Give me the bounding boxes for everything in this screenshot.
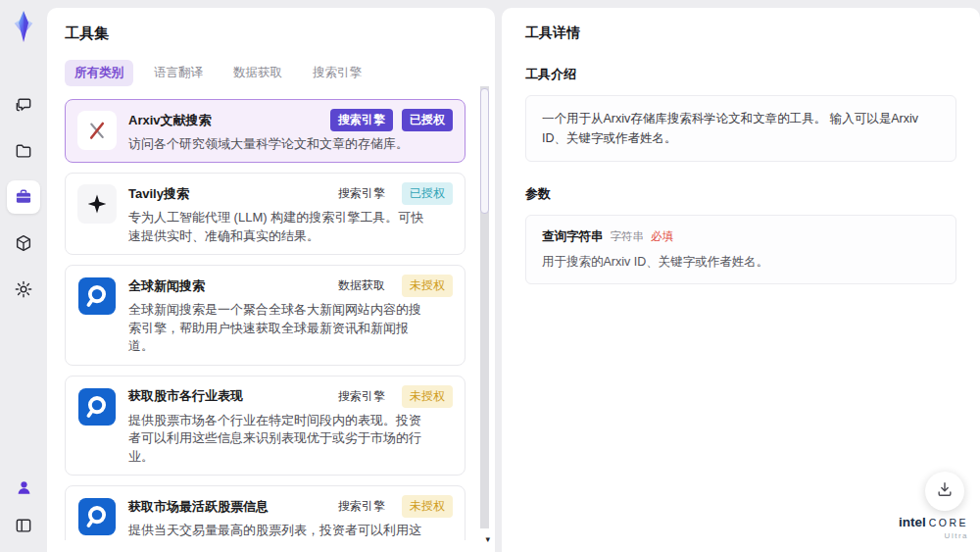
- tool-card-header: 全球新闻搜索数据获取未授权: [128, 275, 453, 297]
- tool-list-panel: 工具集 所有类别语言翻译数据获取搜索引擎 Arxiv文献搜索搜索引擎已授权访问各…: [47, 8, 495, 552]
- tool-card-header: 获取市场最活跃股票信息搜索引擎未授权: [128, 495, 453, 518]
- user-icon: [15, 478, 33, 497]
- stock-sector-logo-icon: [77, 387, 117, 427]
- tool-card-header: Arxiv文献搜索搜索引擎已授权: [128, 109, 453, 131]
- news-globe-logo-icon: [77, 276, 117, 316]
- tool-auth-badge: 未授权: [402, 495, 453, 518]
- brand-sub-label: Ultra: [899, 532, 968, 540]
- tab-所有类别[interactable]: 所有类别: [65, 60, 133, 86]
- tool-card[interactable]: 获取市场最活跃股票信息搜索引擎未授权提供当天交易量最高的股票列表，投资者可以利用…: [65, 485, 466, 540]
- tool-description: 提供当天交易量最高的股票列表，投资者可以利用这些信息来识别流动性强的股票和潜在的…: [128, 522, 427, 540]
- page-title: 工具集: [65, 25, 495, 43]
- sidebar-nav: [7, 88, 40, 306]
- tool-description: 访问各个研究领域大量科学论文和文章的存储库。: [128, 135, 427, 153]
- param-description: 用于搜索的Arxiv ID、关键字或作者姓名。: [542, 254, 940, 271]
- tool-card[interactable]: Tavily搜索搜索引擎已授权专为人工智能代理 (LLM) 构建的搜索引擎工具。…: [65, 173, 466, 255]
- intel-wordmark: intel: [899, 516, 926, 529]
- tool-detail-panel: 工具详情 工具介绍 一个用于从Arxiv存储库搜索科学论文和文章的工具。 输入可…: [502, 8, 980, 552]
- tool-card-body: Tavily搜索搜索引擎已授权专为人工智能代理 (LLM) 构建的搜索引擎工具。…: [128, 182, 453, 245]
- tool-name: 全球新闻搜索: [128, 277, 205, 295]
- param-name: 查询字符串: [542, 228, 604, 245]
- params-box: 查询字符串字符串必填用于搜索的Arxiv ID、关键字或作者姓名。: [525, 215, 956, 284]
- core-wordmark: CORE: [929, 518, 968, 528]
- sidebar-item-tools[interactable]: [7, 180, 40, 214]
- intel-core-logo: intel CORE Ultra: [899, 516, 968, 540]
- sidebar-bottom: [9, 473, 38, 540]
- tool-name: 获取股市各行业表现: [128, 387, 243, 405]
- tool-auth-badge: 已授权: [402, 182, 453, 205]
- param-type: 字符串: [611, 229, 645, 244]
- sidebar-item-profile[interactable]: [9, 473, 38, 502]
- tool-description: 提供股票市场各个行业在特定时间段内的表现。投资者可以利用这些信息来识别表现优于或…: [128, 412, 427, 466]
- tool-badges: 搜索引擎已授权: [330, 182, 453, 205]
- panel-icon: [14, 516, 33, 535]
- scroll-down-arrow[interactable]: ▾: [485, 535, 490, 544]
- tab-语言翻译[interactable]: 语言翻译: [144, 60, 213, 86]
- chat-icon: [14, 95, 33, 115]
- tool-badges: 数据获取未授权: [330, 275, 453, 297]
- detail-title: 工具详情: [525, 25, 956, 42]
- app-sidebar: [0, 0, 47, 552]
- tool-list: Arxiv文献搜索搜索引擎已授权访问各个研究领域大量科学论文和文章的存储库。Ta…: [65, 99, 495, 540]
- gear-icon: [14, 279, 33, 299]
- param-header: 查询字符串字符串必填: [542, 228, 940, 245]
- param-item: 查询字符串字符串必填用于搜索的Arxiv ID、关键字或作者姓名。: [542, 228, 940, 271]
- tool-category-badge: 搜索引擎: [330, 109, 393, 131]
- tool-auth-badge: 未授权: [402, 275, 453, 297]
- tool-category-badge: 搜索引擎: [330, 182, 393, 205]
- tab-数据获取[interactable]: 数据获取: [223, 60, 292, 86]
- download-icon: [935, 479, 955, 503]
- intro-heading: 工具介绍: [525, 66, 956, 83]
- stock-active-logo-icon: [77, 497, 117, 536]
- arxiv-logo-icon: [77, 111, 117, 150]
- sidebar-item-collapse-panel[interactable]: [9, 511, 38, 540]
- tool-card-body: 获取市场最活跃股票信息搜索引擎未授权提供当天交易量最高的股票列表，投资者可以利用…: [128, 495, 453, 540]
- tool-card-header: 获取股市各行业表现搜索引擎未授权: [128, 385, 453, 408]
- tool-category-badge: 搜索引擎: [330, 385, 393, 408]
- tool-name: Tavily搜索: [128, 185, 189, 203]
- category-tabs: 所有类别语言翻译数据获取搜索引擎: [65, 60, 495, 86]
- tool-card[interactable]: 全球新闻搜索数据获取未授权全球新闻搜索是一个聚合全球各大新闻网站内容的搜索引擎，…: [65, 265, 466, 365]
- list-scrollbar-track[interactable]: [480, 86, 489, 528]
- app-logo-icon[interactable]: [9, 10, 38, 43]
- sidebar-item-settings[interactable]: [7, 273, 40, 306]
- cube-icon: [14, 233, 33, 253]
- tool-name: Arxiv文献搜索: [128, 112, 212, 129]
- tavily-logo-icon: [77, 184, 117, 224]
- download-button[interactable]: [925, 472, 964, 511]
- tool-card-body: 获取股市各行业表现搜索引擎未授权提供股票市场各个行业在特定时间段内的表现。投资者…: [128, 385, 453, 466]
- tool-badges: 搜索引擎已授权: [330, 109, 453, 131]
- tool-badges: 搜索引擎未授权: [330, 385, 453, 408]
- tool-auth-badge: 已授权: [402, 109, 453, 131]
- sidebar-item-chat[interactable]: [7, 88, 40, 122]
- param-required-badge: 必填: [651, 229, 673, 244]
- tool-card[interactable]: Arxiv文献搜索搜索引擎已授权访问各个研究领域大量科学论文和文章的存储库。: [65, 99, 466, 163]
- sidebar-item-files[interactable]: [7, 134, 40, 168]
- tool-category-badge: 数据获取: [330, 275, 393, 297]
- tool-card-header: Tavily搜索搜索引擎已授权: [128, 182, 453, 205]
- tool-card-body: Arxiv文献搜索搜索引擎已授权访问各个研究领域大量科学论文和文章的存储库。: [128, 109, 453, 153]
- tab-搜索引擎[interactable]: 搜索引擎: [303, 60, 371, 86]
- list-scrollbar-thumb[interactable]: [480, 88, 489, 214]
- briefcase-icon: [14, 187, 33, 207]
- tool-card[interactable]: 获取股市各行业表现搜索引擎未授权提供股票市场各个行业在特定时间段内的表现。投资者…: [65, 376, 466, 476]
- sidebar-item-models[interactable]: [7, 226, 40, 260]
- tool-intro-text: 一个用于从Arxiv存储库搜索科学论文和文章的工具。 输入可以是Arxiv ID…: [525, 95, 956, 162]
- tool-description: 专为人工智能代理 (LLM) 构建的搜索引擎工具。可快速提供实时、准确和真实的结…: [128, 209, 427, 245]
- tool-badges: 搜索引擎未授权: [330, 495, 453, 518]
- folder-icon: [14, 141, 33, 161]
- tool-card-body: 全球新闻搜索数据获取未授权全球新闻搜索是一个聚合全球各大新闻网站内容的搜索引擎，…: [128, 275, 453, 355]
- tool-description: 全球新闻搜索是一个聚合全球各大新闻网站内容的搜索引擎，帮助用户快速获取全球最新资…: [128, 301, 427, 355]
- tool-category-badge: 搜索引擎: [330, 495, 393, 518]
- params-heading: 参数: [525, 185, 956, 203]
- tool-auth-badge: 未授权: [402, 385, 453, 408]
- app-window: 工具集 所有类别语言翻译数据获取搜索引擎 Arxiv文献搜索搜索引擎已授权访问各…: [0, 0, 980, 552]
- tool-name: 获取市场最活跃股票信息: [128, 498, 269, 516]
